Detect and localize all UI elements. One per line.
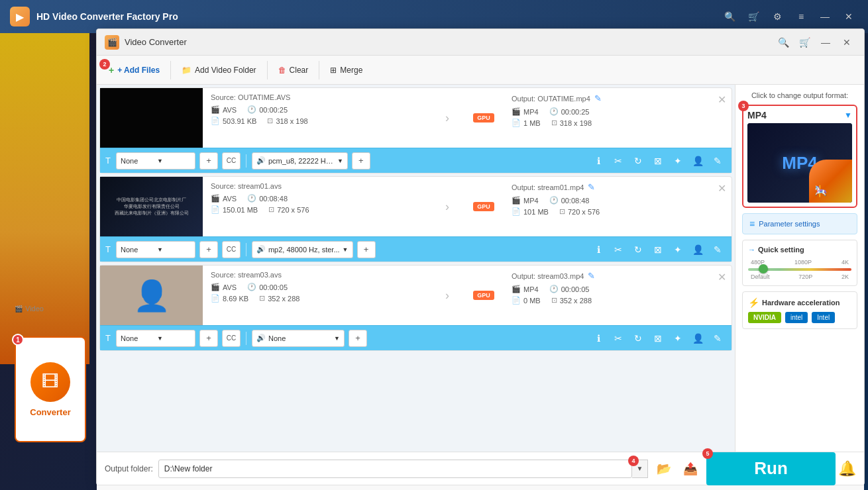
bg-minimize-btn[interactable]: — (816, 7, 834, 26)
merge-button[interactable]: ⊞ Merge (323, 62, 369, 78)
crop-btn-3[interactable]: ⊠ (649, 330, 667, 347)
add-audio-btn-3[interactable]: + (349, 330, 367, 347)
rotate-btn-1[interactable]: ↻ (629, 152, 647, 170)
file-item-3: 👤 Source: stream03.avs 🎬 AVS (99, 265, 732, 351)
file-1-format: 🎬 AVS (211, 105, 237, 114)
output-path-display[interactable]: D:\New folder (158, 460, 632, 478)
cart-window-btn[interactable]: 🛒 (795, 35, 814, 50)
format-selector[interactable]: MP4 ▼ MP4 🎠 (742, 105, 857, 208)
minimize-btn[interactable]: — (816, 35, 835, 50)
run-button[interactable]: Run (706, 452, 836, 485)
watermark-btn-2[interactable]: 👤 (689, 241, 706, 258)
effect-btn-2[interactable]: ✦ (669, 241, 686, 258)
speaker-icon-3: 🔊 (256, 334, 266, 342)
rotate-btn-3[interactable]: ↻ (629, 330, 647, 347)
converter-sidebar-item[interactable]: 🎞 Converter 1 (15, 336, 86, 442)
cut-btn-1[interactable]: ✂ (610, 152, 627, 170)
out-size-icon-3: 📄 (512, 296, 521, 305)
file-1-output-header: Output: OUTATIME.mp4 ✎ (512, 93, 724, 103)
browse-folder-btn[interactable]: 📂 (653, 458, 675, 479)
file-1-close-btn[interactable]: ✕ (718, 93, 726, 106)
arrow-right-icon-2: › (445, 200, 449, 214)
file-2-source-row: Source: stream01.avs (211, 182, 423, 190)
subtitle-edit-btn-3[interactable]: ✎ (709, 330, 726, 347)
add-audio-btn-1[interactable]: + (352, 152, 370, 170)
effect-btn-3[interactable]: ✦ (669, 330, 686, 347)
cut-btn-2[interactable]: ✂ (610, 241, 627, 258)
bg-cart-btn[interactable]: 🛒 (744, 7, 763, 26)
alarm-icon-btn[interactable]: 🔔 (838, 460, 856, 477)
qs-label-1080p: 1080P (794, 259, 812, 266)
open-folder-btn[interactable]: 📤 (680, 458, 701, 479)
effect-btn-1[interactable]: ✦ (669, 152, 686, 170)
quality-slider-thumb[interactable] (759, 264, 768, 273)
ctrl-sep-3 (246, 332, 246, 345)
info-btn-3[interactable]: ℹ (590, 330, 607, 347)
subtitle-select-2[interactable]: None ▼ (116, 241, 195, 258)
subtitle-edit-btn-1[interactable]: ✎ (709, 152, 726, 170)
info-btn-2[interactable]: ℹ (590, 241, 607, 258)
out-format-icon-3: 🎬 (512, 285, 521, 293)
cut-btn-3[interactable]: ✂ (610, 330, 627, 347)
audio-select-3[interactable]: 🔊 None ▼ (252, 330, 345, 347)
bg-titlebar-controls: 🔍 🛒 ⚙ ≡ — ✕ (720, 7, 858, 26)
file-2-out-duration: 🕐 00:08:48 (549, 196, 590, 205)
close-btn[interactable]: ✕ (838, 35, 856, 50)
audio-select-2[interactable]: 🔊 mp2, 48000 Hz, ster... ▼ (252, 241, 353, 258)
nvidia-logo-btn[interactable]: NVIDIA (748, 312, 781, 323)
cc-btn-2[interactable]: CC (222, 241, 241, 258)
file-3-close-btn[interactable]: ✕ (718, 271, 726, 283)
file-item-1: Source: OUTATIME.AVS 🎬 AVS 🕐 00:00:25 (99, 87, 732, 173)
crop-btn-1[interactable]: ⊠ (649, 152, 667, 170)
file-2-edit-icon[interactable]: ✎ (588, 182, 595, 192)
subtitle-edit-btn-2[interactable]: ✎ (709, 241, 726, 258)
file-list: Source: OUTATIME.AVS 🎬 AVS 🕐 00:00:25 (97, 85, 735, 452)
parameter-settings-button[interactable]: ≡ Parameter settings (742, 213, 857, 234)
watermark-btn-3[interactable]: 👤 (689, 330, 706, 347)
bg-menu-btn[interactable]: ≡ (792, 7, 810, 26)
crop-btn-2[interactable]: ⊠ (649, 241, 667, 258)
merge-icon: ⊞ (330, 66, 337, 75)
audio-select-1[interactable]: 🔊 pcm_u8, 22222 Hz, ... ▼ (252, 152, 348, 170)
add-subtitle-btn-2[interactable]: + (199, 241, 218, 258)
cc-btn-1[interactable]: CC (222, 152, 241, 170)
file-3-out-props: 🎬 MP4 🕐 00:00:05 (512, 285, 724, 293)
file-2-close-btn[interactable]: ✕ (718, 182, 726, 195)
hw-accel-label: ⚡ Hardware acceleration (748, 297, 851, 308)
clear-button[interactable]: 🗑 Clear (272, 62, 315, 78)
add-video-folder-button[interactable]: 📁 Add Video Folder (175, 62, 263, 78)
file-2-arrow: › (431, 177, 464, 236)
bg-close-btn[interactable]: ✕ (840, 7, 858, 26)
file-1-source-label: Source: OUTATIME.AVS (211, 93, 290, 101)
format-name: MP4 (747, 110, 767, 121)
subtitle-select-3[interactable]: None ▼ (116, 330, 195, 347)
file-3-props2: 📄 8.69 KB ⊡ 352 x 288 (211, 294, 423, 303)
watermark-btn-1[interactable]: 👤 (689, 152, 706, 170)
intel-logo-btn-1[interactable]: intel (785, 312, 808, 323)
bg-search-btn[interactable]: 🔍 (720, 7, 739, 26)
search-window-btn[interactable]: 🔍 (774, 35, 792, 50)
file-1-edit-icon[interactable]: ✎ (594, 93, 602, 103)
file-2-source-label: Source: stream01.avs (211, 182, 282, 190)
add-subtitle-btn-3[interactable]: + (199, 330, 218, 347)
bg-settings-btn[interactable]: ⚙ (768, 7, 787, 26)
subtitle-select-1[interactable]: None ▼ (116, 152, 195, 170)
cc-btn-3[interactable]: CC (222, 330, 241, 347)
intel-logo-btn-2[interactable]: Intel (812, 312, 835, 323)
bg-app-icon: ▶ (10, 7, 30, 26)
info-btn-1[interactable]: ℹ (590, 152, 607, 170)
add-audio-btn-2[interactable]: + (357, 241, 376, 258)
file-3-output-label: Output: stream03.mp4 (512, 272, 584, 280)
toolbar-divider-1 (170, 61, 171, 79)
file-2-out-size: 📄 101 MB (512, 207, 549, 216)
add-subtitle-btn-1[interactable]: + (199, 152, 218, 170)
file-3-source-label: Source: stream03.avs (211, 271, 282, 279)
file-2-duration: 🕐 00:08:48 (247, 194, 288, 203)
file-3-edit-icon[interactable]: ✎ (588, 271, 595, 281)
main-window: 🎬 Video Converter 🔍 🛒 — ✕ 2 + + Add File… (96, 28, 865, 485)
out-format-icon-1: 🎬 (512, 107, 521, 116)
file-1-out-dims: ⊡ 318 x 198 (551, 119, 592, 127)
add-files-button[interactable]: + + Add Files (102, 62, 166, 79)
file-3-thumb-img: 👤 (100, 266, 203, 325)
rotate-btn-2[interactable]: ↻ (629, 241, 647, 258)
